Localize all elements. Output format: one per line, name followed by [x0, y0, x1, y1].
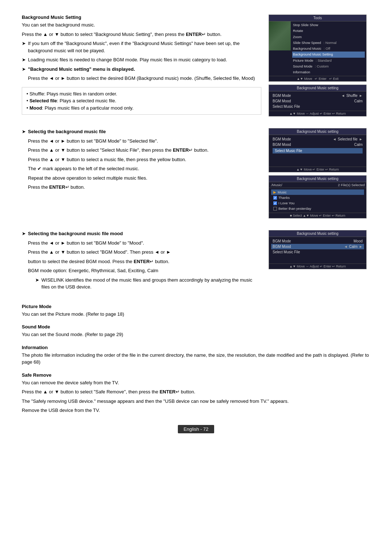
- tools-item-bgmsetting: Background Music Setting: [292, 52, 365, 57]
- checkbox-thanks: ✔: [273, 196, 277, 200]
- bgm-shuffle-footer: ▲▼ Move ↔ Adjust ↵ Enter ↩ Return: [269, 111, 366, 116]
- file-name-music: Music: [278, 190, 287, 194]
- information-para: The photo file information including the…: [22, 352, 370, 366]
- tools-item-stop: Stop Slide Show: [292, 22, 365, 28]
- bgm-para2-suffix: button.: [206, 32, 221, 37]
- selecting-mood-left: ➤ Selecting the background music file mo…: [22, 230, 261, 295]
- selecting-mood-line1: Press the ◄ or ► button to set "BGM Mode…: [28, 240, 261, 247]
- bgm-filelist-title: Background Music setting: [269, 176, 366, 182]
- safe-remove-para4: Remove the USB device from the TV.: [22, 407, 370, 414]
- bullet2-prefix: •: [26, 98, 29, 103]
- bgm-para2: Press the ▲ or ▼ button to select "Backg…: [22, 31, 261, 38]
- selecting-mood-arrow: ➤ Selecting the background music file mo…: [22, 230, 261, 293]
- bgm-shuffle-mode-label: BGM Mode: [273, 94, 341, 98]
- bgm-enter-sym: ↵: [202, 32, 206, 37]
- bullet2-bold: Selected file: [29, 98, 57, 103]
- selecting-bgm-line2: Press the ▲ or ▼ button to select "Selec…: [28, 147, 209, 154]
- bgm-setting-section: Background Music Setting You can set the…: [22, 15, 370, 119]
- bullet3-suffix: : Plays music files of a particular mood…: [42, 105, 134, 111]
- l2-suffix: button.: [193, 147, 208, 153]
- bgm-setting-title: Background Music Setting: [22, 15, 261, 20]
- page-content: Background Music Setting You can set the…: [22, 15, 370, 433]
- bgm-selected-mode-row: BGM Mode ◄ Selected file ►: [271, 136, 364, 142]
- list-item: ✔ Thanks: [271, 195, 364, 200]
- picture-mode-para: You can set the Picture mode. (Refer to …: [22, 311, 370, 318]
- bgm-arrow1-text: If you turn off the "Background Music", …: [28, 40, 261, 54]
- bgm-shuffle-title: Background Music setting: [269, 85, 366, 91]
- picture-mode-section: Picture Mode You can set the Picture mod…: [22, 304, 370, 318]
- bgm-enter-bold: ENTER: [186, 32, 202, 37]
- bgm-setting-left: Background Music Setting You can set the…: [22, 15, 261, 119]
- safe-remove-para2: Press the ▲ or ▼ button to select "Safe …: [22, 388, 370, 396]
- sr-p2-bold: ENTER: [160, 389, 176, 394]
- l6-enter: ↵: [65, 184, 69, 190]
- tools-footer: ▲▼ Move ↵ Enter ↵ Exit: [269, 76, 366, 81]
- bgm-mood-panel: Background Music setting BGM Mode Mood B…: [269, 230, 367, 269]
- bgm-mood-mood-label: BGM Mood: [273, 245, 344, 249]
- tools-list: Stop Slide Show Rotate Zoom Slide Show S…: [291, 21, 366, 76]
- l2-enter: ↵: [189, 147, 193, 153]
- file-name-thanks: Thanks: [278, 196, 290, 200]
- selecting-bgm-line6: Press the ENTER↵ button.: [28, 184, 209, 191]
- bgm-mood-mode-val: Mood: [354, 239, 363, 243]
- bgm-filelist-count: 2 File(s) Selected: [338, 183, 365, 187]
- arrow-sym-2: ➤: [22, 56, 26, 64]
- arrow-sym-1: ➤: [22, 40, 26, 54]
- left-arrow-selected: ◄: [333, 137, 336, 141]
- bgm-mood-footer: ▲▼ Move ↔ Adjust ↵ Enter ↩ Return: [269, 263, 366, 269]
- checkbox-iloveyou: ✔: [273, 201, 277, 205]
- selecting-bgm-line5: Repeat the above operation to select mul…: [28, 175, 209, 182]
- bgm-shuffle-mood-val: Calm: [354, 99, 363, 103]
- bullet3: • Mood: Plays music files of a particula…: [26, 105, 257, 112]
- bgm-selected-mood-val: Calm: [354, 143, 363, 147]
- bgm-shuffle-body: BGM Mode ◄ Shuffle ► BGM Mood Calm Selec…: [269, 91, 366, 111]
- bgm-arrow3-para: Press the ◄ or ► button to select the de…: [28, 75, 255, 82]
- safe-remove-title: Safe Remove: [22, 372, 370, 378]
- sound-mode-section: Sound Mode You can set the Sound mode. (…: [22, 324, 370, 338]
- bgm-arrow3: ➤ "Background Music setting" menu is dis…: [22, 66, 261, 84]
- bullet3-bold: Mood: [29, 105, 42, 111]
- selecting-mood-content: Selecting the background music file mood…: [28, 230, 261, 293]
- bgm-selected-val: Selected file: [338, 137, 358, 141]
- selecting-bgm-right: Background Music setting BGM Mode ◄ Sele…: [269, 128, 370, 221]
- selecting-bgm-content: Selectig the background music file Press…: [28, 128, 209, 193]
- bullet1: • Shuffle: Plays music files in random o…: [26, 90, 257, 98]
- sound-mode-para: You can set the Sound mode. (Refer to pa…: [22, 331, 370, 338]
- bgm-filelist-panel: Background Music setting ./Music/ 2 File…: [269, 175, 367, 218]
- bgm-para1: You can set the background music.: [22, 21, 261, 29]
- information-title: Information: [22, 345, 370, 350]
- bgm-shuffle-mode-value: ◄ Shuffle ►: [341, 94, 363, 98]
- bgm-selected-mode-value: ◄ Selected file ►: [333, 137, 363, 141]
- information-section: Information The photo file information i…: [22, 345, 370, 366]
- folder-icon: ▶: [273, 190, 276, 194]
- bgm-mood-title: Background Music setting: [269, 230, 366, 237]
- left-arrow-shuffle: ◄: [341, 94, 345, 98]
- selecting-bgm-line4: The ✔ mark appears to the left of the se…: [28, 165, 209, 172]
- list-item: Better than yesterday: [271, 206, 364, 211]
- bullet3-prefix: •: [26, 105, 29, 111]
- selecting-mood-right: Background Music setting BGM Mode Mood B…: [269, 230, 370, 295]
- safe-remove-para1: You can remove the device safely from th…: [22, 379, 370, 386]
- footer-badge: English - 72: [178, 425, 215, 433]
- bgm-shuffle-mood-label: BGM Mood: [273, 99, 354, 103]
- l2-bold: ENTER: [173, 147, 189, 153]
- checkbox-better: [273, 207, 277, 210]
- tools-item-soundmode: Sound Mode : Custom: [292, 64, 365, 69]
- bgm-arrow2: ➤ Loading music files is needed to chang…: [22, 56, 261, 64]
- bgm-arrow3-content: "Background Music setting" menu is displ…: [28, 66, 255, 84]
- tools-panel-title: Tools: [269, 15, 366, 21]
- bgm-arrow1: ➤ If you turn off the "Background Music"…: [22, 40, 261, 54]
- bgm-shuffle-val: Shuffle: [346, 94, 358, 98]
- l3-suffix: button.: [154, 259, 169, 264]
- selecting-mood-line3: button to select the desired BGM mood. P…: [28, 258, 261, 265]
- safe-remove-section: Safe Remove You can remove the device sa…: [22, 372, 370, 414]
- tools-panel: Tools Stop Slide Show Rotate Zoom Slide …: [269, 15, 367, 82]
- right-arrow-shuffle: ►: [359, 94, 363, 98]
- l6-prefix: Press the: [28, 184, 49, 190]
- sound-mode-title: Sound Mode: [22, 324, 370, 330]
- arrow-sym-3: ➤: [22, 66, 26, 84]
- bgm-shuffle-panel: Background Music setting BGM Mode ◄ Shuf…: [269, 85, 367, 116]
- bgm-shuffle-selectfile-label: Select Music File: [273, 105, 363, 109]
- selecting-bgm-line1: Press the ◄ or ► button to set "BGM Mode…: [28, 138, 209, 145]
- tools-item-zoom: Zoom: [292, 34, 365, 40]
